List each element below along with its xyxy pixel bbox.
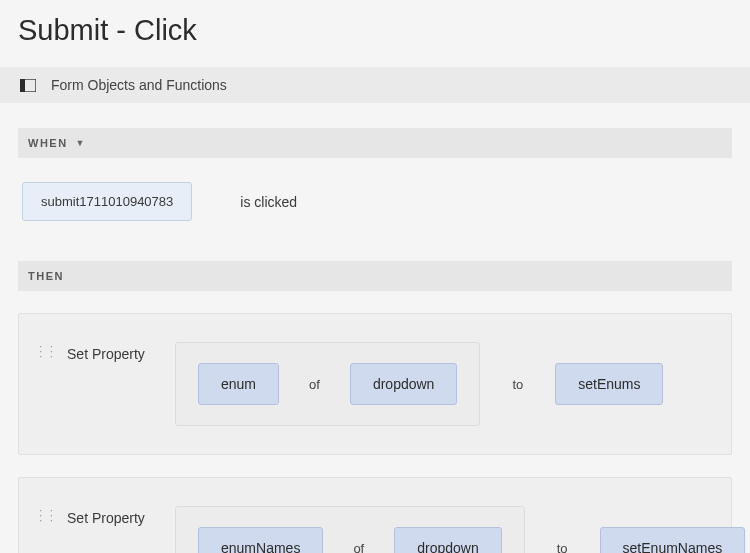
when-header[interactable]: WHEN ▼ bbox=[18, 128, 732, 158]
form-objects-link[interactable]: Form Objects and Functions bbox=[51, 77, 227, 93]
drag-handle-icon[interactable]: · ·· ·· · bbox=[35, 508, 67, 523]
to-word: to bbox=[480, 377, 555, 392]
page-title: Submit - Click bbox=[0, 0, 750, 67]
target-token[interactable]: dropdown bbox=[350, 363, 458, 405]
value-token[interactable]: setEnums bbox=[555, 363, 663, 405]
when-body: submit1711010940783 is clicked bbox=[18, 158, 732, 261]
when-header-label: WHEN bbox=[28, 137, 68, 149]
action-block: · ·· ·· · Set Property enum of dropdown … bbox=[18, 313, 732, 455]
value-token[interactable]: setEnumNames bbox=[600, 527, 746, 553]
toolbar: Form Objects and Functions bbox=[0, 67, 750, 103]
side-panel-icon bbox=[20, 79, 36, 92]
of-word: of bbox=[353, 541, 364, 554]
drag-handle-icon[interactable]: · ·· ·· · bbox=[35, 344, 67, 359]
svg-rect-1 bbox=[20, 79, 25, 92]
property-token[interactable]: enumNames bbox=[198, 527, 323, 553]
when-object-token[interactable]: submit1711010940783 bbox=[22, 182, 192, 221]
then-header: THEN bbox=[18, 261, 732, 291]
property-of-group: enumNames of dropdown bbox=[175, 506, 525, 553]
action-block: · ·· ·· · Set Property enumNames of drop… bbox=[18, 477, 732, 553]
when-predicate: is clicked bbox=[240, 194, 297, 210]
action-label: Set Property bbox=[67, 506, 175, 526]
of-word: of bbox=[309, 377, 320, 392]
action-label: Set Property bbox=[67, 342, 175, 362]
to-word: to bbox=[525, 541, 600, 554]
property-of-group: enum of dropdown bbox=[175, 342, 480, 426]
target-token[interactable]: dropdown bbox=[394, 527, 502, 553]
property-token[interactable]: enum bbox=[198, 363, 279, 405]
chevron-down-icon: ▼ bbox=[76, 138, 86, 148]
